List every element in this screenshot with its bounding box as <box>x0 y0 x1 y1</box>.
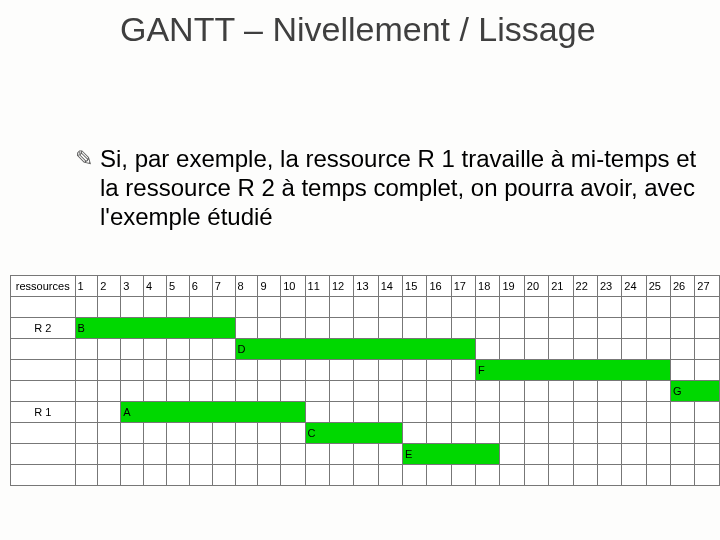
gantt-cell <box>646 444 670 465</box>
gantt-cell <box>500 465 524 486</box>
gantt-cell <box>166 381 189 402</box>
gantt-time-header: 1 <box>75 276 98 297</box>
bullet-icon: ✎ <box>75 146 93 172</box>
gantt-task-bar-F: F <box>476 360 671 381</box>
slide-body-text: Si, par exemple, la ressource R 1 travai… <box>100 145 700 231</box>
gantt-time-header: 3 <box>121 276 144 297</box>
gantt-cell <box>622 297 646 318</box>
gantt-task-bar-B: B <box>75 318 235 339</box>
gantt-cell <box>281 318 305 339</box>
gantt-cell <box>166 297 189 318</box>
gantt-cell <box>378 297 402 318</box>
gantt-header-resources: ressources <box>11 276 76 297</box>
gantt-cell <box>622 423 646 444</box>
gantt-resource-label: R 1 <box>11 402 76 423</box>
gantt-time-header: 21 <box>549 276 573 297</box>
gantt-cell <box>403 402 427 423</box>
gantt-cell <box>403 297 427 318</box>
gantt-cell <box>549 423 573 444</box>
gantt-cell <box>622 465 646 486</box>
gantt-cell <box>281 297 305 318</box>
gantt-task-bar-G: G <box>670 381 719 402</box>
gantt-cell <box>549 381 573 402</box>
gantt-cell <box>573 297 597 318</box>
gantt-resource-label <box>11 381 76 402</box>
gantt-cell <box>670 339 694 360</box>
gantt-cell <box>646 339 670 360</box>
gantt-cell <box>695 465 720 486</box>
gantt-time-header: 10 <box>281 276 305 297</box>
gantt-cell <box>622 402 646 423</box>
gantt-cell <box>573 339 597 360</box>
gantt-cell <box>258 360 281 381</box>
gantt-cell <box>670 465 694 486</box>
gantt-cell <box>573 381 597 402</box>
gantt-time-header: 5 <box>166 276 189 297</box>
gantt-cell <box>144 339 167 360</box>
gantt-cell <box>189 423 212 444</box>
gantt-time-header: 7 <box>212 276 235 297</box>
gantt-cell <box>235 318 258 339</box>
gantt-cell <box>378 360 402 381</box>
gantt-cell <box>524 423 548 444</box>
gantt-cell <box>670 402 694 423</box>
gantt-cell <box>524 297 548 318</box>
gantt-cell <box>403 423 427 444</box>
gantt-cell <box>235 465 258 486</box>
gantt-time-header: 15 <box>403 276 427 297</box>
gantt-cell <box>212 381 235 402</box>
gantt-cell <box>166 339 189 360</box>
gantt-cell <box>500 402 524 423</box>
gantt-cell <box>121 381 144 402</box>
gantt-cell <box>597 297 621 318</box>
gantt-cell <box>670 297 694 318</box>
gantt-cell <box>98 402 121 423</box>
gantt-cell <box>121 360 144 381</box>
gantt-cell <box>549 318 573 339</box>
gantt-cell <box>281 444 305 465</box>
gantt-cell <box>549 444 573 465</box>
gantt-cell <box>573 444 597 465</box>
gantt-cell <box>403 381 427 402</box>
gantt-cell <box>189 465 212 486</box>
gantt-cell <box>427 465 451 486</box>
gantt-time-header: 18 <box>476 276 500 297</box>
gantt-cell <box>281 360 305 381</box>
gantt-cell <box>597 339 621 360</box>
gantt-cell <box>427 402 451 423</box>
gantt-cell <box>189 297 212 318</box>
gantt-cell <box>212 297 235 318</box>
gantt-resource-label <box>11 297 76 318</box>
gantt-cell <box>258 297 281 318</box>
gantt-cell <box>427 297 451 318</box>
gantt-cell <box>451 297 475 318</box>
gantt-time-header: 2 <box>98 276 121 297</box>
gantt-cell <box>354 465 378 486</box>
gantt-cell <box>258 381 281 402</box>
gantt-cell <box>329 402 353 423</box>
gantt-cell <box>75 381 98 402</box>
gantt-cell <box>98 297 121 318</box>
gantt-cell <box>597 465 621 486</box>
gantt-cell <box>75 423 98 444</box>
gantt-cell <box>695 360 720 381</box>
gantt-cell <box>329 381 353 402</box>
gantt-cell <box>75 339 98 360</box>
slide-title: GANTT – Nivellement / Lissage <box>120 10 596 49</box>
gantt-cell <box>500 297 524 318</box>
gantt-cell <box>166 360 189 381</box>
gantt-time-header: 27 <box>695 276 720 297</box>
gantt-cell <box>329 444 353 465</box>
gantt-resource-label: R 2 <box>11 318 76 339</box>
gantt-cell <box>451 381 475 402</box>
gantt-cell <box>476 381 500 402</box>
gantt-cell <box>670 423 694 444</box>
gantt-cell <box>121 297 144 318</box>
gantt-cell <box>329 297 353 318</box>
gantt-cell <box>646 318 670 339</box>
gantt-time-header: 14 <box>378 276 402 297</box>
gantt-cell <box>75 444 98 465</box>
gantt-cell <box>212 465 235 486</box>
gantt-cell <box>258 465 281 486</box>
gantt-cell <box>329 360 353 381</box>
